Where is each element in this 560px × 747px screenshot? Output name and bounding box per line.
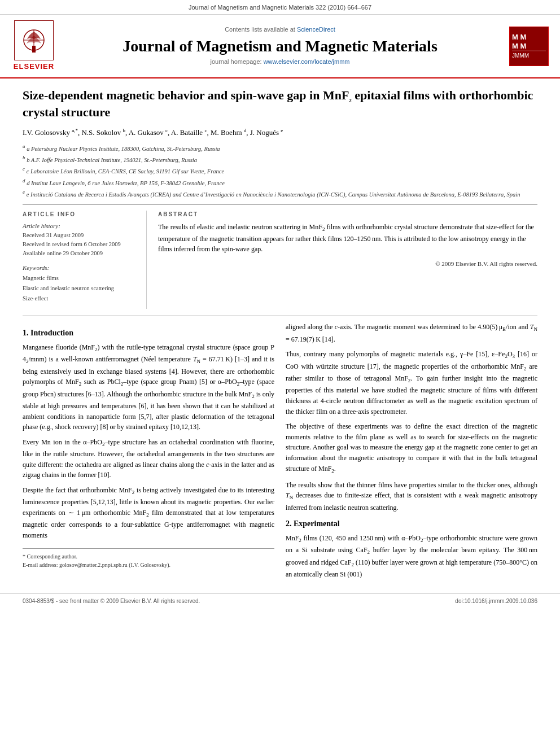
corresponding-author-note: * Corresponding author.	[23, 552, 274, 561]
article-info-label: ARTICLE INFO	[23, 211, 138, 219]
intro-para-3: Despite the fact that orthorhombic MnF2 …	[23, 485, 274, 540]
article-info-col: ARTICLE INFO Article history: Received 3…	[23, 211, 147, 309]
article-content: Size-dependent magnetic behavior and spi…	[0, 78, 560, 593]
right-para-2: Thus, contrary many polymorphs of magnet…	[286, 349, 537, 417]
article-history: Article history: Received 31 August 2009…	[23, 222, 138, 258]
elsevier-logo-area: ELSEVIER	[11, 20, 56, 71]
copyright-notice: © 2009 Elsevier B.V. All rights reserved…	[158, 260, 537, 268]
body-content: 1. Introduction Manganese fluoride (MnF2…	[23, 322, 537, 584]
right-para-4: The results show that the thinner films …	[286, 480, 537, 513]
jmmm-logo-icon: M M M M JMMM	[510, 27, 548, 65]
sciencedirect-link: Contents lists available at ScienceDirec…	[56, 25, 504, 34]
journal-ref: Journal of Magnetism and Magnetic Materi…	[189, 4, 371, 11]
received-date: Received 31 August 2009 Received in revi…	[23, 231, 138, 257]
experimental-heading: 2. Experimental	[286, 518, 537, 530]
footnote-area: * Corresponding author. E-mail address: …	[23, 548, 274, 569]
divider-2	[23, 316, 537, 316]
issn-text: 0304-8853/$ - see front matter © 2009 El…	[23, 597, 200, 605]
bottom-bar: 0304-8853/$ - see front matter © 2009 El…	[0, 593, 560, 609]
banner-center: Contents lists available at ScienceDirec…	[56, 25, 504, 66]
keywords-list: Magnetic films Elastic and inelastic neu…	[23, 273, 138, 304]
journal-title: Journal of Magnetism and Magnetic Materi…	[56, 37, 504, 56]
keywords-group: Keywords: Magnetic films Elastic and ine…	[23, 264, 138, 304]
journal-banner: ELSEVIER Contents lists available at Sci…	[0, 15, 560, 78]
sciencedirect-anchor[interactable]: ScienceDirect	[297, 26, 335, 33]
experimental-para-1: MnF2 films (120, 450 and 1250 nm) with α…	[286, 533, 537, 580]
svg-text:M  M: M M	[512, 33, 526, 41]
abstract-text: The results of elastic and inelastic neu…	[158, 222, 537, 254]
right-para-3: The objective of these experiments was t…	[286, 421, 537, 475]
right-para-1: aligned along the c-axis. The magnetic m…	[286, 322, 537, 344]
authors-line: I.V. Golosovsky a,*, N.S. Sokolov b, A. …	[23, 127, 537, 138]
elsevier-tree-box	[14, 20, 54, 60]
affiliation-a: a a Petersburg Nuclear Physics Institute…	[23, 143, 537, 153]
body-col-right: aligned along the c-axis. The magnetic m…	[286, 322, 537, 584]
affiliation-e: e e Institució Catalana de Recerca i Est…	[23, 189, 537, 199]
svg-text:JMMM: JMMM	[512, 53, 529, 59]
svg-text:M  M: M M	[512, 42, 526, 50]
affiliation-d: d d Institut Laue Langevin, 6 rue Jules …	[23, 177, 537, 187]
doi-text: doi:10.1016/j.jmmm.2009.10.036	[455, 597, 537, 605]
journal-header-bar: Journal of Magnetism and Magnetic Materi…	[0, 0, 560, 15]
jmmm-logo-area: M M M M JMMM	[504, 27, 549, 66]
affiliation-c: c c Laboratoire Léon Brillouin, CEA-CNRS…	[23, 165, 537, 176]
keywords-label: Keywords:	[23, 264, 138, 272]
elsevier-logo: ELSEVIER	[11, 20, 56, 71]
divider-1	[23, 204, 537, 205]
affiliations: a a Petersburg Nuclear Physics Institute…	[23, 143, 537, 199]
intro-heading: 1. Introduction	[23, 327, 274, 339]
jmmm-logo: M M M M JMMM	[509, 27, 549, 66]
intro-para-2: Every Mn ion in the α–PbO2–type structur…	[23, 437, 274, 480]
history-label: Article history:	[23, 222, 138, 230]
email-note: E-mail address: golosov@matter.2.pnpi.sp…	[23, 561, 274, 569]
affiliation-b: b b A.F. Ioffe Physical-Technical Instit…	[23, 154, 537, 164]
abstract-label: ABSTRACT	[158, 211, 537, 219]
elsevier-label: ELSEVIER	[14, 62, 54, 72]
info-abstract-section: ARTICLE INFO Article history: Received 3…	[23, 211, 537, 309]
journal-homepage: journal homepage: www.elsevier.com/locat…	[56, 58, 504, 66]
abstract-col: ABSTRACT The results of elastic and inel…	[158, 211, 537, 309]
homepage-url[interactable]: www.elsevier.com/locate/jmmm	[264, 58, 350, 65]
intro-para-1: Manganese fluoride (MnF2) with the rutil…	[23, 342, 274, 433]
elsevier-tree-icon	[17, 23, 51, 54]
article-title: Size-dependent magnetic behavior and spi…	[23, 88, 537, 121]
body-col-left: 1. Introduction Manganese fluoride (MnF2…	[23, 322, 274, 584]
